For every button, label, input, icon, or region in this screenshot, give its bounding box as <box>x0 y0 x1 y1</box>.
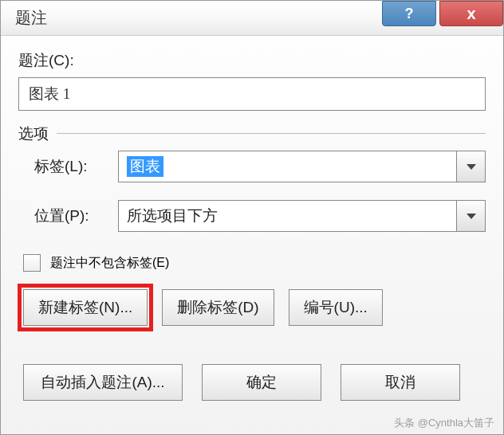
options-group: 选项 标签(L): 图表 位置(P): 所选项目下方 <box>18 123 486 326</box>
close-button[interactable]: x <box>439 1 503 26</box>
watermark: 头条 @Cynthla大笛子 <box>394 416 494 430</box>
position-combobox[interactable]: 所选项目下方 <box>118 200 486 232</box>
dialog-action-buttons: 自动插入题注(A)... 确定 取消 <box>18 364 486 401</box>
chevron-down-icon <box>467 214 476 219</box>
numbering-button[interactable]: 编号(U)... <box>289 289 383 326</box>
ok-button[interactable]: 确定 <box>202 364 321 401</box>
caption-input[interactable] <box>18 77 486 111</box>
close-icon: x <box>467 5 475 23</box>
label-combo-button[interactable] <box>457 151 486 182</box>
caption-label: 题注(C): <box>18 50 486 71</box>
position-combo-display: 所选项目下方 <box>118 200 457 232</box>
position-combo-button[interactable] <box>457 200 486 232</box>
new-label-button[interactable]: 新建标签(N)... <box>23 289 148 326</box>
group-divider <box>57 133 486 134</box>
titlebar-buttons: ? x <box>382 1 503 35</box>
position-row: 位置(P): 所选项目下方 <box>18 200 486 232</box>
auto-caption-button[interactable]: 自动插入题注(A)... <box>23 364 183 401</box>
new-label-button-text: 新建标签(N)... <box>38 297 132 318</box>
exclude-checkbox-row: 题注中不包含标签(E) <box>18 254 486 272</box>
auto-caption-button-text: 自动插入题注(A)... <box>41 372 164 393</box>
exclude-checkbox-label: 题注中不包含标签(E) <box>50 255 169 272</box>
cancel-button[interactable]: 取消 <box>341 364 460 401</box>
label-combo-value: 图表 <box>127 156 163 177</box>
cancel-button-text: 取消 <box>385 372 415 393</box>
label-action-buttons: 新建标签(N)... 删除标签(D) 编号(U)... <box>18 289 486 326</box>
exclude-checkbox[interactable] <box>23 254 41 272</box>
chevron-down-icon <box>467 164 476 170</box>
help-button[interactable]: ? <box>382 1 436 26</box>
titlebar: 题注 ? x <box>1 1 503 36</box>
numbering-button-text: 编号(U)... <box>304 297 368 318</box>
caption-dialog: 题注 ? x 题注(C): 选项 标签(L): 图表 <box>0 0 504 435</box>
dialog-title: 题注 <box>15 7 47 29</box>
label-row: 标签(L): 图表 <box>18 151 486 182</box>
dialog-content: 题注(C): 选项 标签(L): 图表 位置(P): <box>1 36 503 415</box>
help-icon: ? <box>405 6 414 22</box>
delete-label-button-text: 删除标签(D) <box>177 297 258 318</box>
label-combobox[interactable]: 图表 <box>118 151 486 182</box>
position-combo-value: 所选项目下方 <box>127 206 218 226</box>
options-legend: 选项 <box>18 123 53 144</box>
position-field-label: 位置(P): <box>34 206 118 226</box>
delete-label-button[interactable]: 删除标签(D) <box>162 289 274 326</box>
label-combo-display: 图表 <box>118 151 457 182</box>
label-field-label: 标签(L): <box>34 156 118 177</box>
ok-button-text: 确定 <box>246 372 277 393</box>
